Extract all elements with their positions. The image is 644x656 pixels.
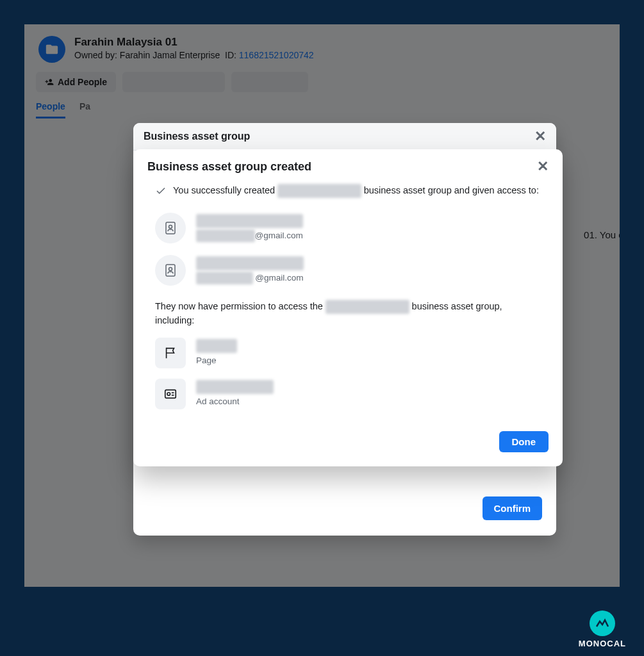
email-suffix: @gmail.com [253, 273, 304, 283]
modal-confirmation: Business asset group created ✕ You succe… [133, 149, 563, 466]
blurred-asset-name: Farahin malaxxxxx [196, 380, 274, 394]
close-icon[interactable]: ✕ [534, 129, 546, 144]
asset-row: Farahin malaxxxxx Ad account [155, 379, 541, 409]
modal-back-title: Business asset group [144, 131, 250, 142]
check-icon [155, 185, 167, 201]
svg-point-5 [167, 393, 170, 396]
monocal-watermark: MONOCAL [579, 611, 626, 648]
monocal-logo-icon [590, 611, 615, 636]
perm-pre: They now have permission to access the [155, 301, 326, 311]
modal-title: Business asset group created [147, 160, 311, 174]
intro-pre: You successfully created [173, 185, 277, 195]
blurred-email-prefix: farahinjamal99 [196, 272, 253, 284]
ad-account-icon [155, 379, 186, 409]
person-row: Farahin Jamal farahinjamal99 @gmail.com [155, 255, 541, 286]
person-row: The Jamal Manisku xxxx.xxxxxxxxx@gmail.c… [155, 213, 541, 243]
blurred-asset-name: MDesigns [196, 339, 237, 353]
blurred-group-name: Farahin Malaysia 01 [326, 300, 409, 314]
badge-icon [155, 213, 186, 243]
blurred-group-name: Farahin Malaysia 01 [277, 184, 361, 198]
blurred-person-name: Farahin Jamal [196, 256, 304, 270]
asset-type: Page [196, 354, 237, 367]
email-suffix: @gmail.com [255, 231, 303, 240]
blurred-email-prefix: xxxx.xxxxxxxxx [196, 229, 255, 242]
asset-type: Ad account [196, 395, 274, 408]
badge-icon [155, 255, 186, 286]
app-frame: Farahin Malaysia 01 Owned by: Farahin Ja… [24, 24, 620, 587]
permission-text: They now have permission to access the F… [155, 300, 541, 328]
blurred-person-name: The Jamal Manisku [196, 214, 303, 228]
intro-text: You successfully created Farahin Malaysi… [155, 184, 541, 201]
confirm-button[interactable]: Confirm [483, 496, 543, 520]
close-icon[interactable]: ✕ [537, 160, 549, 174]
intro-post: business asset group and given access to… [361, 185, 539, 195]
svg-point-1 [169, 225, 172, 228]
flag-icon [155, 338, 186, 368]
asset-row: MDesigns Page [155, 338, 541, 368]
svg-point-3 [169, 267, 172, 270]
brand-name: MONOCAL [579, 639, 626, 648]
done-button[interactable]: Done [499, 431, 549, 452]
